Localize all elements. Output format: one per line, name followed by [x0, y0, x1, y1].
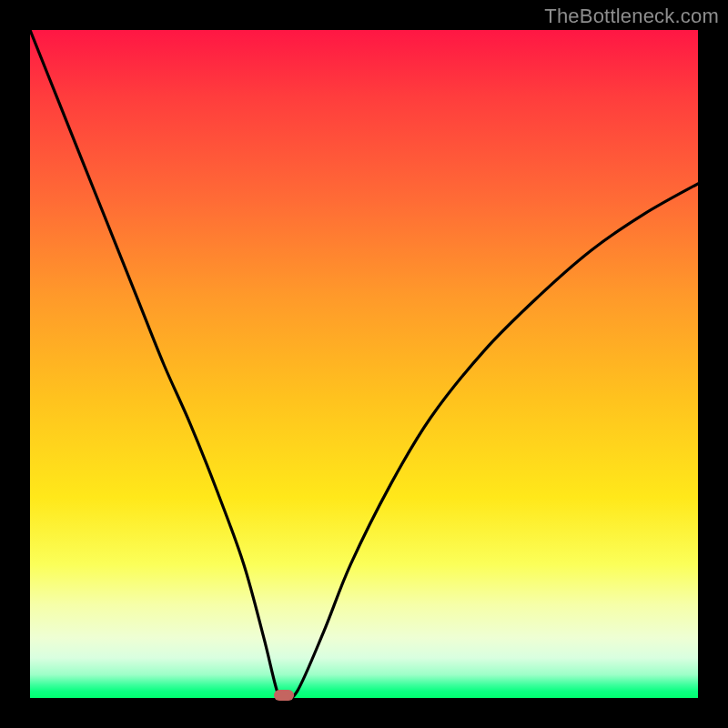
plot-area	[30, 30, 698, 698]
watermark-label: TheBottleneck.com	[544, 5, 719, 28]
bottleneck-curve	[30, 30, 698, 698]
chart-frame: TheBottleneck.com	[0, 0, 728, 728]
optimal-point-marker	[274, 690, 294, 701]
